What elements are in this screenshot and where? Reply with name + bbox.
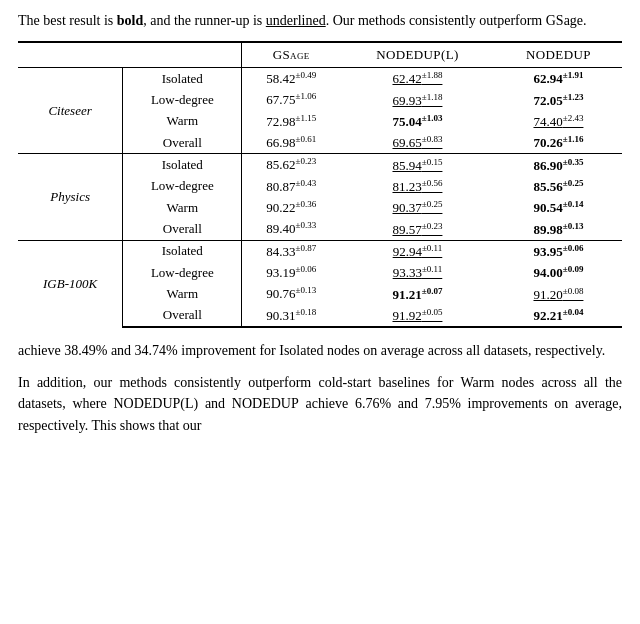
- gsage-value: 90.22±0.36: [242, 197, 340, 218]
- nodedup-value: 85.56±0.25: [495, 176, 622, 197]
- gsage-value: 84.33±0.87: [242, 240, 340, 262]
- nodedup-l-value: 93.33±0.11: [340, 262, 495, 283]
- nodedup-l-value: 75.04±1.03: [340, 111, 495, 132]
- nodedup-l-value: 62.42±1.88: [340, 68, 495, 90]
- nodedup-ref: NODEDUP: [232, 396, 299, 411]
- method-label: Low-degree: [123, 176, 242, 197]
- method-label: Low-degree: [123, 89, 242, 110]
- dataset-label-citeseer: Citeseer: [18, 68, 123, 154]
- method-label: Isolated: [123, 68, 242, 90]
- nodedup-l-value: 85.94±0.15: [340, 154, 495, 176]
- nodedup-value: 92.21±0.04: [495, 305, 622, 327]
- gsage-value: 90.31±0.18: [242, 305, 340, 327]
- method-label: Warm: [123, 111, 242, 132]
- paragraph-2: In addition, our methods consistently ou…: [18, 372, 622, 437]
- dataset-label-igb-100k: IGB-100K: [18, 240, 123, 327]
- nodedup-value: 89.98±0.13: [495, 218, 622, 240]
- method-label: Overall: [123, 305, 242, 327]
- results-table: GSage NODEDUP(L) NODEDUP CiteseerIsolate…: [18, 41, 622, 328]
- gsage-value: 80.87±0.43: [242, 176, 340, 197]
- method-label: Isolated: [123, 154, 242, 176]
- gsage-value: 67.75±1.06: [242, 89, 340, 110]
- nodedup-value: 70.26±1.16: [495, 132, 622, 154]
- nodedup-l-value: 90.37±0.25: [340, 197, 495, 218]
- gsage-value: 72.98±1.15: [242, 111, 340, 132]
- nodedup-l-value: 91.92±0.05: [340, 305, 495, 327]
- nodedup-value: 90.54±0.14: [495, 197, 622, 218]
- gsage-value: 90.76±0.13: [242, 283, 340, 304]
- gsage-value: 58.42±0.49: [242, 68, 340, 90]
- intro-paragraph: The best result is bold, and the runner-…: [18, 10, 622, 31]
- gsage-value: 85.62±0.23: [242, 154, 340, 176]
- method-label: Low-degree: [123, 262, 242, 283]
- nodedup-l-value: 92.94±0.11: [340, 240, 495, 262]
- nodedup-value: 94.00±0.09: [495, 262, 622, 283]
- nodedup-value: 74.40±2.43: [495, 111, 622, 132]
- nodedup-l-ref: NODEDUP(L): [113, 396, 198, 411]
- nodedup-value: 86.90±0.35: [495, 154, 622, 176]
- paragraph-1: achieve 38.49% and 34.74% improvement fo…: [18, 340, 622, 362]
- nodedup-value: 91.20±0.08: [495, 283, 622, 304]
- gsage-value: 89.40±0.33: [242, 218, 340, 240]
- nodedup-l-value: 81.23±0.56: [340, 176, 495, 197]
- header-gsage: GSage: [242, 42, 340, 68]
- header-nodedup-l: NODEDUP(L): [340, 42, 495, 68]
- gsage-value: 66.98±0.61: [242, 132, 340, 154]
- method-label: Warm: [123, 283, 242, 304]
- nodedup-value: 72.05±1.23: [495, 89, 622, 110]
- nodedup-l-value: 69.65±0.83: [340, 132, 495, 154]
- nodedup-l-value: 91.21±0.07: [340, 283, 495, 304]
- nodedup-l-value: 69.93±1.18: [340, 89, 495, 110]
- method-label: Isolated: [123, 240, 242, 262]
- method-label: Overall: [123, 132, 242, 154]
- method-label: Overall: [123, 218, 242, 240]
- dataset-label-physics: Physics: [18, 154, 123, 240]
- method-label: Warm: [123, 197, 242, 218]
- header-nodedup: NODEDUP: [495, 42, 622, 68]
- gsage-value: 93.19±0.06: [242, 262, 340, 283]
- nodedup-value: 62.94±1.91: [495, 68, 622, 90]
- nodedup-l-value: 89.57±0.23: [340, 218, 495, 240]
- nodedup-value: 93.95±0.06: [495, 240, 622, 262]
